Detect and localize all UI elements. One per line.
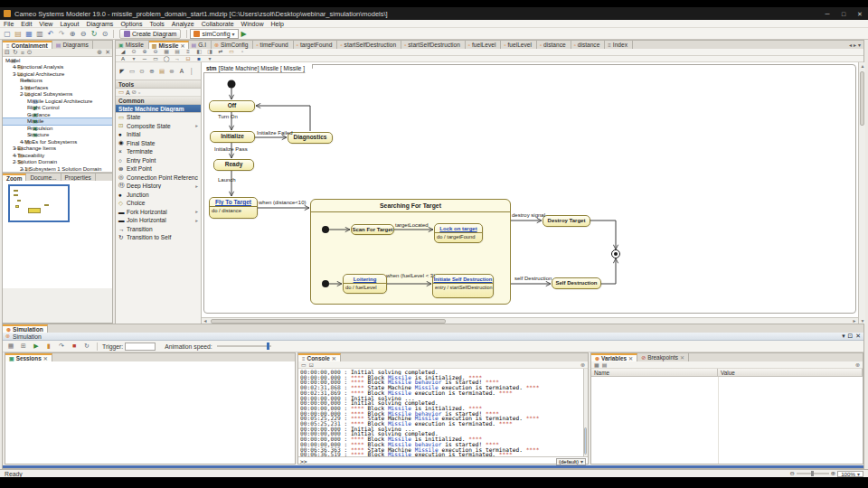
- tree-item-moes[interactable]: + 4 MoEs for Subsystems: [3, 138, 112, 145]
- palette-initial[interactable]: ● Initial: [116, 130, 201, 139]
- variables-close-icon[interactable]: ✕: [628, 355, 633, 361]
- palette-exit-point[interactable]: ⊗ Exit Point: [116, 164, 201, 174]
- sim-pause-icon[interactable]: ▮: [43, 342, 54, 351]
- palette-section-common[interactable]: Common: [116, 97, 201, 105]
- vars-settings-icon[interactable]: ⊛: [855, 361, 860, 368]
- ellipse-tool-icon[interactable]: ◯: [161, 56, 172, 61]
- pointer-icon[interactable]: ◢: [118, 49, 128, 55]
- marquee-icon[interactable]: ▭: [127, 68, 137, 75]
- search-icon[interactable]: ⊙: [99, 29, 110, 39]
- menu-view[interactable]: View: [35, 20, 56, 27]
- tree-item-relations[interactable]: + Relations: [3, 78, 112, 85]
- tree-item-logical-architecture[interactable]: − 3 Logical Architecture: [3, 70, 112, 78]
- menu-options[interactable]: Options: [117, 20, 146, 27]
- open-icon[interactable]: ▤: [13, 29, 24, 39]
- tab-containment[interactable]: Containment: [3, 41, 52, 49]
- containment-tree[interactable]: − Model + 4 Functional Analysis − 3 Logi…: [3, 57, 112, 173]
- tab-list-icon[interactable]: ▾: [858, 42, 861, 48]
- tab-simulation[interactable]: Simulation: [3, 324, 48, 333]
- tab-documentation[interactable]: Docume...: [26, 174, 61, 181]
- tab-next-icon[interactable]: ▸: [854, 42, 856, 48]
- sim-config-select[interactable]: simConfig ▾: [190, 29, 238, 39]
- menu-file[interactable]: File: [0, 20, 17, 27]
- console-output[interactable]: 00:00:00,000 : Initial solving completed…: [298, 369, 588, 456]
- palette-composite-state[interactable]: ⊡ Composite State ▸: [116, 122, 201, 131]
- tree-item-missile[interactable]: − Missile: [3, 118, 112, 126]
- state-initialize[interactable]: Initialize: [210, 131, 255, 143]
- console-settings-icon[interactable]: ⊛: [580, 361, 585, 368]
- tab-variables[interactable]: Variables ✕: [591, 353, 637, 361]
- rect-tool-icon[interactable]: ▭: [150, 56, 161, 61]
- console-clear-icon[interactable]: ⊡: [309, 361, 314, 368]
- label-self-destruction[interactable]: self Destruction: [514, 276, 552, 281]
- redo-icon[interactable]: ↷: [56, 29, 67, 39]
- palette-section-state-machine[interactable]: State Machine Diagram: [116, 105, 201, 113]
- tab-gi[interactable]: G.I: [189, 41, 212, 49]
- magnifier-icon[interactable]: ⊕: [139, 49, 150, 55]
- panel-close-icon[interactable]: ✕: [855, 333, 861, 340]
- sim-layout-icon[interactable]: ▦: [5, 342, 16, 351]
- palette-transition[interactable]: → Transition: [116, 225, 201, 234]
- sim-restart-icon[interactable]: ↻: [81, 342, 92, 351]
- vars-grid-icon[interactable]: ▦: [594, 361, 599, 368]
- label-turn-on[interactable]: Turn On: [218, 114, 238, 119]
- menu-help[interactable]: Help: [267, 20, 287, 27]
- separator-tool-icon[interactable]: │: [187, 68, 196, 75]
- zoom-viewport-rect[interactable]: [8, 184, 70, 222]
- tab-missile-stm[interactable]: Missile ✕: [149, 41, 189, 49]
- common-note-icon[interactable]: ▭: [118, 89, 124, 96]
- swimlane-icon[interactable]: ◧: [193, 49, 204, 55]
- tree-item-traceability[interactable]: + 4 Traceability: [3, 152, 112, 159]
- state-diagnostics[interactable]: Diagnostics: [288, 132, 333, 144]
- anchor-icon[interactable]: ⊗: [167, 68, 176, 75]
- panel-resize-splitter[interactable]: [3, 465, 863, 468]
- tab-distance-2[interactable]: distance: [571, 41, 606, 49]
- state-scan-for-target[interactable]: Scan For Target: [351, 224, 394, 235]
- menu-analyze[interactable]: Analyze: [168, 20, 198, 27]
- console-scrollbar[interactable]: [583, 369, 588, 456]
- select-icon[interactable]: ◤: [118, 68, 127, 75]
- tab-console[interactable]: Console ✕: [298, 353, 341, 361]
- pan-icon[interactable]: ⊙: [128, 49, 139, 55]
- pan-hand-icon[interactable]: ⊙: [137, 68, 146, 75]
- zoom-in-icon[interactable]: ⊕: [67, 29, 78, 39]
- tab-breakpoints[interactable]: ⊘ Breakpoints ✕: [637, 353, 689, 361]
- dependency-icon[interactable]: ⇄: [215, 49, 226, 55]
- column-name[interactable]: Name: [591, 369, 718, 376]
- refresh-icon[interactable]: ↻: [89, 29, 99, 39]
- label-when-distance[interactable]: when (distance<10): [259, 200, 307, 205]
- tree-item-guidance[interactable]: + Guidance: [3, 111, 112, 118]
- tree-item-missile-logical-architecture[interactable]: Missile Logical Architecture: [3, 98, 112, 105]
- console-scope-select[interactable]: (default) ▾: [556, 458, 586, 465]
- tab-prev-icon[interactable]: ◂: [849, 42, 852, 48]
- sim-detach-icon[interactable]: ⊞: [18, 342, 29, 351]
- zoom-out-icon[interactable]: ⊖: [78, 29, 89, 39]
- state-off[interactable]: Off: [209, 100, 255, 112]
- breakpoints-close-icon[interactable]: ✕: [680, 354, 684, 361]
- tab-diagrams[interactable]: Diagrams: [52, 41, 93, 49]
- common-anchor-icon[interactable]: ⊘: [132, 89, 137, 96]
- run-simulation-icon[interactable]: ▶: [239, 29, 250, 39]
- ct-close-icon[interactable]: ✕: [105, 49, 110, 56]
- tree-item-subsystem1[interactable]: + 2.1 Subsystem 1 Solution Domain: [3, 165, 112, 173]
- menu-edit[interactable]: Edit: [17, 20, 35, 27]
- tree-item-exchange-items[interactable]: + 3 Exchange Items: [3, 145, 112, 153]
- sessions-body[interactable]: [5, 361, 295, 464]
- text-tool-icon[interactable]: A: [177, 68, 186, 75]
- diagram-canvas[interactable]: stm [State Machine] Missile [ Missile ] …: [202, 62, 858, 317]
- zoom-preview[interactable]: [3, 181, 112, 288]
- palette-transition-to-self[interactable]: ↻ Transition to Self: [116, 233, 201, 242]
- label-destroy-signal[interactable]: destroy signal: [512, 212, 545, 218]
- ct-filter-icon[interactable]: ≡: [21, 50, 24, 56]
- align-icon[interactable]: ≡: [183, 49, 193, 55]
- partition-icon[interactable]: ◨: [204, 49, 215, 55]
- print-icon[interactable]: ▥: [34, 29, 45, 39]
- tab-fuellevel-2[interactable]: fuelLevel: [501, 41, 537, 49]
- tab-zoom[interactable]: Zoom: [3, 174, 26, 181]
- palette-junction[interactable]: ● Junction: [116, 191, 201, 200]
- sessions-close-icon[interactable]: ✕: [43, 355, 48, 361]
- state-loitering[interactable]: Loitering do / fuelLevel: [343, 274, 387, 294]
- sim-run-icon[interactable]: ▶: [31, 342, 42, 351]
- sim-step-icon[interactable]: ↷: [56, 342, 67, 351]
- font-caret-icon[interactable]: ▾: [128, 56, 139, 61]
